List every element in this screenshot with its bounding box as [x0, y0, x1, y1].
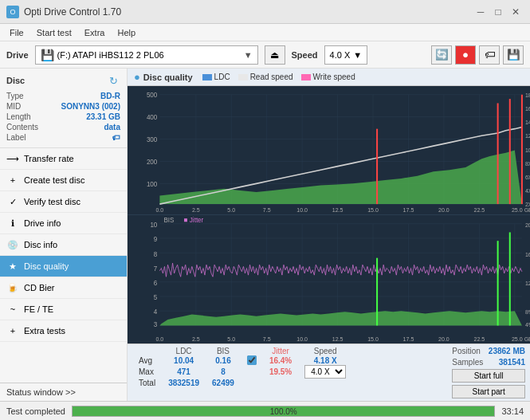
speed-header: Speed [298, 347, 352, 355]
legend-write-speed-label: Write speed [313, 73, 355, 81]
close-button[interactable]: ✕ [508, 4, 524, 20]
avg-jitter: 16.4% [263, 355, 298, 365]
ldc-chart: 500 400 300 200 100 18X 16X 14X 12X 10X … [128, 86, 530, 214]
sidebar: Disc ↻ Type BD-R MID SONYNN3 (002) Lengt… [0, 69, 128, 401]
main-content: Disc ↻ Type BD-R MID SONYNN3 (002) Lengt… [0, 69, 530, 401]
speed-dropdown[interactable]: 4.0 X 2.0 X 8.0 X [304, 365, 346, 379]
jitter-header: Jitter [263, 347, 298, 355]
bis-chart: 10 9 8 7 6 5 4 3 BIS ■ Jitter 20% 16% 12… [128, 215, 530, 343]
stats-table: LDC BIS Jitter Speed Avg 10.04 0.16 [132, 347, 446, 387]
nav-disc-info[interactable]: 💿 Disc info [0, 234, 127, 256]
toolbar-btn-2[interactable]: ● [455, 45, 476, 65]
title-bar: O Opti Drive Control 1.70 ─ □ ✕ [0, 0, 530, 24]
menu-extra[interactable]: Extra [78, 26, 112, 39]
menu-file[interactable]: File [3, 26, 30, 39]
disc-label-icon: 🏷 [112, 133, 120, 142]
start-part-button[interactable]: Start part [452, 385, 525, 398]
svg-text:4%: 4% [525, 320, 530, 328]
nav-drive-info[interactable]: ℹ Drive info [0, 213, 127, 234]
svg-text:5.0: 5.0 [227, 336, 235, 343]
nav-extra-tests[interactable]: + Extra tests [0, 320, 127, 342]
extra-tests-icon: + [6, 324, 19, 337]
svg-text:6X: 6X [525, 174, 530, 181]
nav-create-test-disc[interactable]: + Create test disc [0, 170, 127, 191]
svg-text:15.0: 15.0 [367, 336, 379, 343]
minimize-button[interactable]: ─ [473, 4, 489, 20]
status-window-button[interactable]: Status window >> [0, 383, 127, 401]
samples-label: Samples [452, 358, 483, 367]
maximize-button[interactable]: □ [490, 4, 506, 20]
fe-te-icon: ~ [6, 303, 19, 316]
menu-help[interactable]: Help [111, 26, 142, 39]
toolbar-btn-3[interactable]: 🏷 [479, 45, 500, 65]
disc-refresh-button[interactable]: ↻ [106, 73, 120, 88]
svg-text:300: 300 [147, 135, 158, 143]
svg-text:5.0: 5.0 [227, 206, 235, 214]
disc-quality-header-icon: ● [134, 71, 140, 83]
stats-bar: LDC BIS Jitter Speed Avg 10.04 0.16 [128, 343, 530, 401]
disc-info-icon: 💿 [6, 238, 19, 251]
jitter-checkbox[interactable] [247, 355, 257, 365]
nav-verify-test-disc[interactable]: ✓ Verify test disc [0, 191, 127, 213]
ldc-chart-container: 500 400 300 200 100 18X 16X 14X 12X 10X … [128, 86, 530, 215]
status-text: Test completed [6, 406, 65, 416]
menu-start-test[interactable]: Start test [30, 26, 78, 39]
legend-write-speed-color [301, 74, 311, 80]
svg-text:12X: 12X [525, 132, 530, 139]
total-ldc: 3832519 [162, 379, 206, 387]
bis-chart-container: 10 9 8 7 6 5 4 3 BIS ■ Jitter 20% 16% 12… [128, 215, 530, 343]
svg-text:25.0 GB: 25.0 GB [512, 206, 530, 214]
nav-disc-quality[interactable]: ★ Disc quality [0, 256, 127, 277]
legend-ldc-color [202, 74, 212, 80]
jitter-checkbox-row [247, 355, 257, 365]
disc-length-value: 23.31 GB [86, 112, 120, 121]
nav-transfer-rate[interactable]: ⟶ Transfer rate [0, 148, 127, 170]
svg-text:12.5: 12.5 [332, 206, 344, 214]
legend-ldc-label: LDC [214, 73, 230, 81]
svg-text:16X: 16X [525, 105, 530, 112]
disc-contents-label: Contents [6, 123, 38, 131]
svg-text:17.5: 17.5 [403, 206, 414, 214]
svg-text:18X: 18X [525, 92, 530, 99]
eject-button[interactable]: ⏏ [265, 45, 285, 65]
nav-cd-bier[interactable]: 🍺 CD Bier [0, 277, 127, 299]
svg-text:4X: 4X [525, 187, 530, 194]
samples-value: 381541 [499, 358, 525, 367]
menu-bar: File Start test Extra Help [0, 24, 530, 41]
svg-text:5: 5 [154, 293, 158, 301]
svg-text:16%: 16% [525, 250, 530, 257]
max-bis: 8 [206, 365, 241, 379]
drive-selector[interactable]: 💾 (F:) ATAPI iHBS112 2 PL06 ▼ [35, 45, 258, 65]
position-label: Position [452, 347, 481, 355]
disc-title: Disc [6, 76, 25, 85]
svg-text:8%: 8% [525, 308, 530, 316]
svg-text:4: 4 [154, 308, 158, 316]
svg-text:100: 100 [147, 179, 158, 187]
disc-length-label: Length [6, 112, 31, 121]
status-bar: Test completed 100.0% 33:14 [0, 401, 530, 420]
disc-quality-icon: ★ [6, 260, 19, 273]
position-value: 23862 MB [489, 347, 525, 355]
total-label: Total [132, 379, 162, 387]
nav-fe-te[interactable]: ~ FE / TE [0, 299, 127, 320]
max-ldc: 471 [162, 365, 206, 379]
start-full-button[interactable]: Start full [452, 369, 525, 383]
window-controls: ─ □ ✕ [473, 4, 524, 20]
drive-icon: 💾 [41, 49, 54, 61]
svg-text:10X: 10X [525, 146, 530, 153]
app-icon: O [6, 6, 19, 18]
disc-mid-label: MID [6, 102, 21, 111]
cd-bier-icon: 🍺 [6, 281, 19, 294]
svg-text:10.0: 10.0 [296, 206, 308, 214]
progress-text: 100.0% [270, 406, 297, 418]
legend-ldc: LDC [202, 73, 230, 81]
svg-text:10.0: 10.0 [296, 336, 308, 343]
samples-row: Samples 381541 [452, 358, 525, 367]
svg-text:12%: 12% [525, 280, 530, 287]
disc-type-value: BD-R [100, 92, 120, 100]
toolbar-btn-1[interactable]: 🔄 [431, 45, 452, 65]
avg-ldc: 10.04 [162, 355, 206, 365]
chart-title: Disc quality [143, 73, 193, 82]
toolbar-btn-4[interactable]: 💾 [503, 45, 524, 65]
speed-selector[interactable]: 4.0 X ▼ [324, 45, 368, 65]
